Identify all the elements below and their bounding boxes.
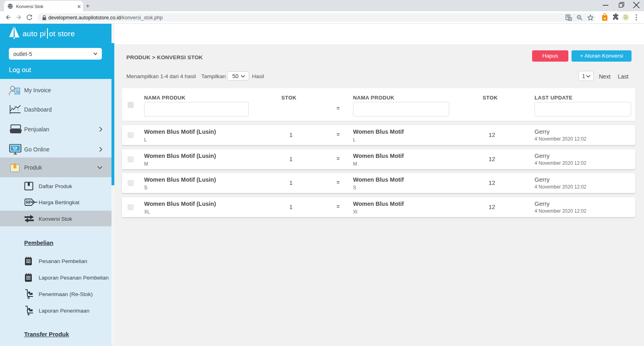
svg-text:RP: RP bbox=[26, 200, 32, 205]
